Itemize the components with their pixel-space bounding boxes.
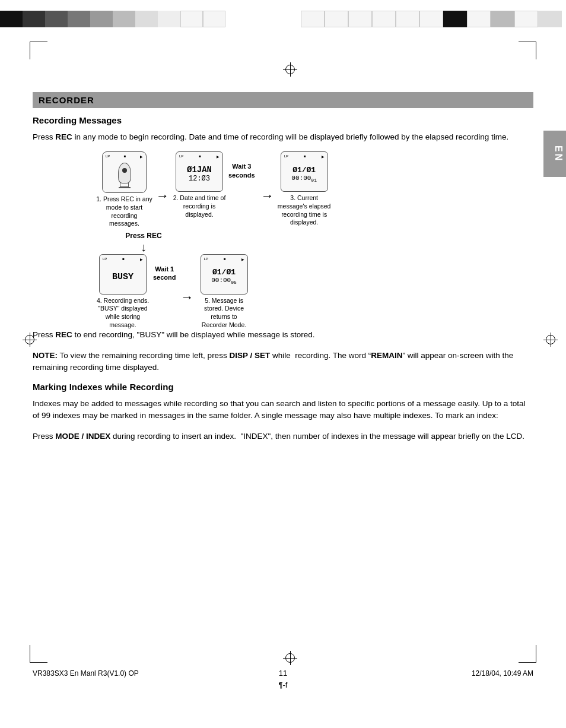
section-title: RECORDER: [39, 95, 94, 105]
step1-label: 1. Press REC in any mode to start record…: [96, 195, 152, 228]
down-arrow: ↓: [141, 241, 147, 253]
bar-block: [514, 11, 538, 27]
step3-item: LP■▶ Ø1/Ø1 00:0001 3. Current message's …: [278, 151, 331, 227]
step2-item: LP■▶ Ø1JAN 12:Ø3 2. Date and time of rec…: [173, 151, 226, 219]
step3-device: LP■▶ Ø1/Ø1 00:0001: [281, 151, 328, 192]
end-note-bold: REC: [55, 330, 72, 339]
mic-shape: [118, 163, 131, 183]
step1-icons: LP■▶: [103, 154, 146, 159]
wait3-item: Wait 3seconds: [228, 162, 255, 179]
step2-date: Ø1JAN: [187, 165, 212, 175]
bar-block: [180, 11, 203, 27]
recording-messages-heading: Recording Messages: [33, 115, 533, 125]
bar-block: [301, 11, 325, 27]
bar-block: [467, 11, 491, 27]
language-tab: EN: [543, 131, 566, 177]
press-rec-label: Press REC: [125, 232, 161, 240]
diagram-container: LP■▶ 1. Press REC in any mode to start r…: [78, 151, 488, 329]
step2-icons: LP■▶: [176, 154, 222, 159]
bar-block: [90, 11, 113, 27]
mode-index-bold: MODE / INDEX: [55, 432, 110, 441]
wait1-label: Wait 1second: [153, 265, 176, 282]
step3-icons: LP■▶: [281, 154, 327, 159]
bar-block: [348, 11, 372, 27]
arrow2: →: [261, 188, 274, 204]
note-label: NOTE:: [33, 351, 58, 360]
bar-block: [396, 11, 419, 27]
bar-block: [491, 11, 514, 27]
disp-set-bold: DISP / SET: [229, 351, 270, 360]
step3-label: 3. Current message's elapsed recording t…: [278, 194, 331, 227]
reg-mark-br: [519, 645, 536, 663]
step4-icons: LP■▶: [100, 257, 146, 261]
step4-item: LP■▶ BUSY 4. Recording ends. "BUSY" disp…: [96, 254, 150, 330]
footer-left: VR383SX3 En Manl R3(V1.0) OP: [33, 669, 139, 678]
bar-block: [158, 11, 180, 27]
bar-block: [0, 11, 23, 27]
reg-mark-bl: [30, 645, 47, 663]
bar-block: [203, 11, 225, 27]
step5-device: LP■▶ Ø1/Ø1 00:0005: [201, 254, 248, 295]
step2-label: 2. Date and time of recording is display…: [173, 194, 226, 219]
reg-mark-tl: [30, 42, 47, 59]
bar-block: [68, 11, 90, 27]
step2-device: LP■▶ Ø1JAN 12:Ø3: [176, 151, 223, 192]
mic-base: [119, 187, 131, 188]
arrow1: →: [156, 188, 169, 204]
note-paragraph: NOTE: To view the remaining recording ti…: [33, 350, 533, 374]
step5-line1: Ø1/Ø1: [212, 268, 236, 277]
step5-icons: LP■▶: [201, 257, 247, 261]
step1-device: LP■▶: [102, 151, 147, 193]
diagram-row1: LP■▶ 1. Press REC in any mode to start r…: [96, 151, 488, 228]
intro-paragraph: Press REC in any mode to begin recording…: [33, 131, 533, 143]
bar-block: [113, 11, 135, 27]
remain-bold: REMAIN: [371, 351, 402, 360]
marking-indexes-heading: Marking Indexes while Recording: [33, 382, 533, 392]
step4-label: 4. Recording ends. "BUSY" displayed whil…: [96, 297, 150, 330]
color-bar-left: [0, 11, 237, 27]
marking-paragraph2: Press MODE / INDEX during recording to i…: [33, 431, 533, 442]
wait3-label: Wait 3seconds: [228, 162, 255, 179]
bar-block: [419, 11, 443, 27]
bar-block: [325, 11, 348, 27]
page-footer: VR383SX3 En Manl R3(V1.0) OP 12/18/04, 1…: [33, 669, 533, 678]
bar-block: [372, 11, 396, 27]
main-content: RECORDER Recording Messages Press REC in…: [33, 92, 533, 451]
mic-stand: [120, 182, 129, 187]
bar-block: [443, 11, 467, 27]
bar-block: [538, 11, 562, 27]
marking-paragraph1: Indexes may be added to messages while r…: [33, 398, 533, 422]
step1-item: LP■▶ 1. Press REC in any mode to start r…: [96, 151, 152, 228]
step3-line2: 00:0001: [291, 175, 317, 183]
bar-block: [23, 11, 45, 27]
step2-time: 12:Ø3: [189, 175, 210, 183]
intro-bold: REC: [55, 132, 72, 141]
step5-line2: 00:0005: [211, 277, 237, 285]
step5-label: 5. Message is stored. Device returns to …: [198, 297, 251, 330]
down-arrow-area: Press REC ↓: [120, 232, 167, 253]
color-bar-right: [301, 11, 566, 27]
diagram-row2: LP■▶ BUSY 4. Recording ends. "BUSY" disp…: [96, 254, 488, 330]
step5-item: LP■▶ Ø1/Ø1 00:0005 5. Message is stored.…: [198, 254, 251, 330]
bar-block: [45, 11, 68, 27]
rec-dot: [122, 168, 127, 173]
section-header: RECORDER: [33, 92, 533, 108]
end-note-paragraph: Press REC to end recording, "BUSY" will …: [33, 329, 533, 341]
footer-symbol: ¶‐f: [279, 680, 288, 689]
arrow3: →: [181, 290, 194, 305]
step4-busy: BUSY: [112, 272, 133, 282]
step3-line1: Ø1/Ø1: [292, 166, 316, 175]
bar-block: [135, 11, 158, 27]
reg-mark-tr: [519, 42, 536, 59]
wait1-item: Wait 1second: [153, 265, 176, 282]
footer-right: 12/18/04, 10:49 AM: [472, 669, 533, 678]
step4-device: LP■▶ BUSY: [99, 254, 147, 295]
